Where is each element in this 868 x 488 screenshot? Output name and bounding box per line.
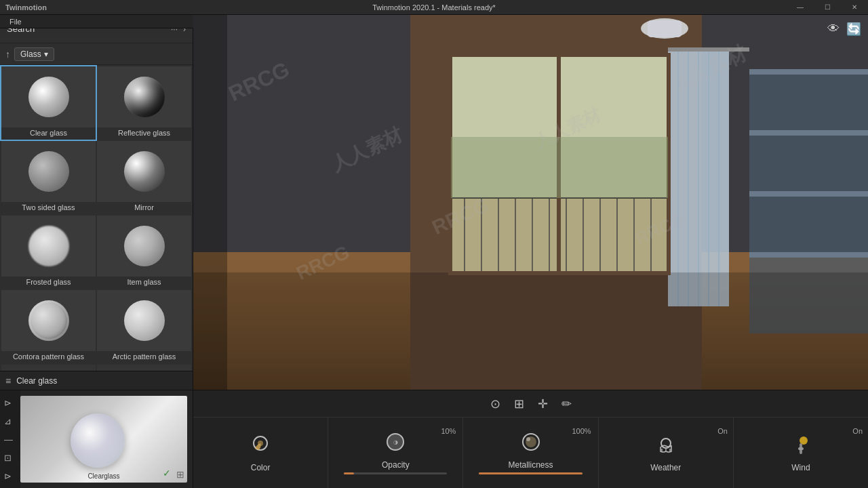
window-title: Twinmotion 2020.1 - Materials ready*	[372, 3, 496, 12]
metallicness-value: 100%	[572, 427, 591, 435]
mat-label-frosted-glass: Frosted glass	[1, 277, 96, 289]
metallicness-bar-fill	[479, 472, 582, 474]
list-item[interactable]: Item glass	[97, 216, 191, 289]
svg-point-46	[258, 441, 263, 446]
wind-label: Wind	[791, 463, 810, 472]
svg-rect-36	[668, 47, 749, 52]
viewport-controls: 👁 🔄	[827, 22, 861, 37]
left-panel: Search ··· › ↑ Glass ▾ Clear glass Refle…	[0, 15, 193, 390]
camera-icon[interactable]: 🔄	[846, 22, 861, 37]
opacity-property[interactable]: ◑ 10% Opacity	[328, 418, 463, 488]
mat-label-mirror: Mirror	[97, 202, 191, 214]
list-item[interactable]: Arctic pattern glass	[97, 290, 191, 363]
grid-tool-icon[interactable]: ⊞	[514, 396, 524, 411]
mat-label-reflective-glass: Reflective glass	[97, 127, 191, 140]
opacity-value: 10%	[441, 427, 456, 435]
list-item[interactable]: Clear glass	[1, 66, 96, 140]
weather-label: Weather	[650, 463, 681, 472]
mat-label-clear-glass: Clear glass	[1, 127, 96, 140]
material-properties-row: Color ◑ 10% Opacity	[193, 418, 868, 488]
app-logo: Twinmotion	[5, 3, 47, 12]
svg-rect-44	[451, 137, 668, 198]
svg-rect-24	[648, 20, 682, 37]
svg-rect-27	[749, 130, 868, 136]
svg-text:◑: ◑	[393, 439, 398, 445]
bottom-center: ⊙ ⊞ ✛ ✏ Color	[193, 390, 868, 488]
thumb-label: Clearglass	[87, 472, 119, 480]
nav-icon-3[interactable]: —	[4, 434, 16, 445]
dropdown-label: Glass	[20, 49, 41, 59]
svg-rect-38	[193, 272, 868, 390]
window-controls: — ☐ ✕	[787, 0, 868, 15]
hamburger-icon[interactable]: ≡	[5, 375, 11, 386]
wind-icon	[790, 434, 812, 460]
file-menu[interactable]: File	[5, 18, 26, 26]
material-grid: Clear glass Reflective glass Two sided g…	[0, 65, 193, 371]
nav-icon-2[interactable]: ⊿	[4, 416, 16, 426]
list-item[interactable]: Frosted glass	[1, 216, 96, 289]
svg-rect-28	[749, 191, 868, 197]
metallicness-property[interactable]: 100% Metallicness	[463, 418, 598, 488]
search-tool-icon[interactable]: ⊙	[490, 396, 500, 411]
move-tool-icon[interactable]: ✛	[538, 396, 548, 411]
opacity-bar	[344, 472, 447, 474]
menubar: File	[0, 15, 193, 28]
maximize-button[interactable]: ☐	[814, 0, 841, 15]
close-button[interactable]: ✕	[841, 0, 868, 15]
weather-property[interactable]: On Weather	[599, 418, 734, 488]
mat-label-item-glass: Item glass	[97, 277, 191, 289]
nav-icon-5[interactable]: ⊳	[4, 471, 16, 481]
filter-row: ↑ Glass ▾	[0, 43, 193, 65]
list-item[interactable]: Reflective glass	[97, 66, 191, 140]
svg-rect-26	[749, 69, 868, 75]
opacity-label: Opacity	[382, 460, 410, 470]
pen-tool-icon[interactable]: ✏	[561, 396, 572, 411]
metallicness-icon	[520, 431, 542, 458]
mat-label-two-sided-glass: Two sided glass	[1, 202, 96, 214]
category-dropdown[interactable]: Glass ▾	[14, 47, 54, 61]
list-item[interactable]	[97, 365, 191, 371]
mat-label-arctic: Arctic pattern glass	[97, 351, 191, 363]
color-label: Color	[251, 463, 271, 472]
minimize-button[interactable]: —	[787, 0, 814, 15]
left-status-bar: ≡ Clear glass	[0, 371, 193, 390]
thumbnail-strip: ⊳ ⊿ — ⊡ ⊳ Clearglass ✓ ⊞	[0, 390, 193, 488]
svg-point-53	[526, 437, 530, 441]
titlebar: Twinmotion Twinmotion 2020.1 - Materials…	[0, 0, 868, 15]
thumbnail-sphere	[71, 413, 125, 468]
list-item[interactable]: Contora pattern glass	[1, 290, 96, 363]
list-item[interactable]: Mirror	[97, 141, 191, 214]
room-scene	[193, 15, 868, 390]
nav-icon-4[interactable]: ⊡	[4, 453, 16, 463]
wind-property[interactable]: On Wind	[734, 418, 868, 488]
wind-badge: On	[852, 427, 863, 435]
list-item[interactable]	[1, 365, 96, 371]
svg-rect-29	[749, 252, 868, 258]
mat-label-contora: Contora pattern glass	[1, 351, 96, 363]
checkmark-icon: ✓	[163, 468, 171, 479]
back-button[interactable]: ↑	[5, 49, 10, 60]
dropdown-arrow-icon: ▾	[44, 49, 48, 59]
list-item[interactable]: Two sided glass	[1, 141, 96, 214]
app-name-label: Twinmotion	[5, 3, 47, 12]
weather-badge: On	[717, 427, 728, 435]
nav-icon-1[interactable]: ⊳	[4, 398, 16, 408]
opacity-icon: ◑	[384, 431, 406, 458]
grid-view-icon[interactable]: ⊞	[176, 469, 184, 480]
weather-icon	[655, 434, 677, 460]
color-icon	[250, 434, 271, 460]
svg-rect-60	[798, 447, 804, 450]
selected-material-label: Clear glass	[16, 376, 57, 386]
viewport: RRCG 人人素材 RRCG 人人素材 RRCG 人人素材 RRCG 👁 🔄	[193, 15, 868, 390]
toolbar-icons-row: ⊙ ⊞ ✛ ✏	[193, 390, 868, 418]
bottom-toolbar: ⊳ ⊿ — ⊡ ⊳ Clearglass ✓ ⊞ ⊙ ⊞ ✛ ✏	[0, 390, 868, 488]
visibility-toggle-icon[interactable]: 👁	[827, 22, 840, 37]
metallicness-label: Metallicness	[508, 460, 553, 470]
metallicness-bar	[479, 472, 582, 474]
opacity-bar-fill	[344, 472, 354, 474]
color-property[interactable]: Color	[193, 418, 328, 488]
